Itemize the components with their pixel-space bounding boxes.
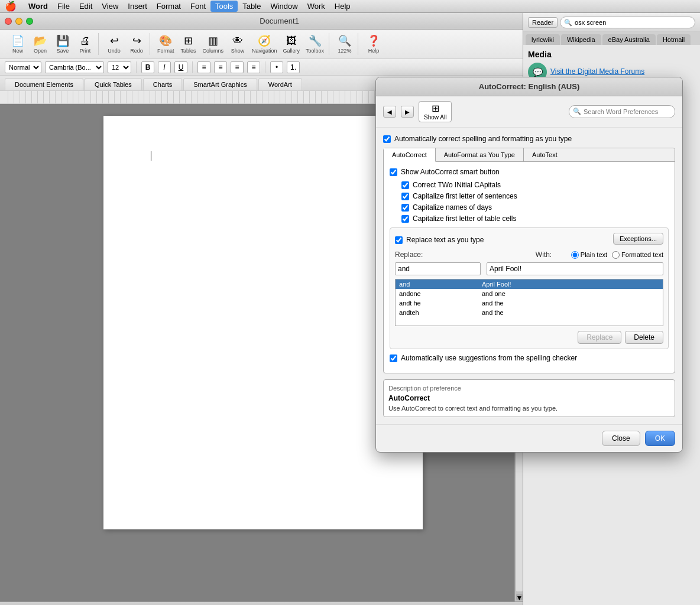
capitalize-first-label: Capitalize first letter of sentences <box>413 192 517 200</box>
tab-autotext[interactable]: AutoText <box>524 148 566 161</box>
description-section-label: Description of preference <box>388 385 670 392</box>
capitalize-days-label: Capitalize names of days <box>413 203 492 212</box>
delete-button[interactable]: Delete <box>625 331 663 344</box>
auto-suggestions-row: Automatically use suggestions from the s… <box>390 354 669 362</box>
replace-list[interactable]: and April Fool! andone and one andt he a… <box>395 279 663 326</box>
smart-button-row: Show AutoCorrect smart button <box>390 168 669 176</box>
show-all-button[interactable]: ⊞ Show All <box>419 101 452 122</box>
list-item-with: and one <box>482 290 659 297</box>
close-dialog-button[interactable]: Close <box>602 431 640 446</box>
list-item-replace: andt he <box>399 300 482 307</box>
initial-caps-label: Correct TWo INitial CApitals <box>413 181 501 189</box>
back-button[interactable]: ◀ <box>383 106 396 118</box>
list-item-and[interactable]: and April Fool! <box>396 279 663 289</box>
show-all-icon: ⊞ <box>432 103 439 114</box>
replace-label: Replace text as you type <box>406 236 484 244</box>
formatted-text-radio[interactable] <box>612 251 620 259</box>
list-item-andteh[interactable]: andteh and the <box>396 308 663 317</box>
replace-checkbox[interactable] <box>395 236 403 244</box>
description-title: AutoCorrect <box>388 394 670 402</box>
main-checkbox-label: Automatically correct spelling and forma… <box>394 135 572 143</box>
with-input[interactable] <box>487 262 663 275</box>
list-item-with: and the <box>482 309 659 316</box>
initial-caps-checkbox[interactable] <box>401 181 409 189</box>
smart-button-label: Show AutoCorrect smart button <box>401 168 500 176</box>
dialog-title: AutoCorrect: English (AUS) <box>479 82 579 91</box>
replace-action-button[interactable]: Replace <box>578 331 621 344</box>
capitalize-table-checkbox[interactable] <box>401 215 409 223</box>
auto-suggestions-label: Automatically use suggestions from the s… <box>401 354 577 362</box>
formatted-text-label: Formatted text <box>621 251 663 258</box>
description-text: Use AutoCorrect to correct text and form… <box>388 405 670 412</box>
plain-text-label: Plain text <box>581 251 607 258</box>
dialog-content: Automatically correct spelling and forma… <box>376 128 682 424</box>
capitalize-days-checkbox[interactable] <box>401 204 409 212</box>
dialog-tabs-container: AutoCorrect AutoFormat as You Type AutoT… <box>383 148 675 373</box>
capitalize-table-row: Capitalize first letter of table cells <box>401 214 669 223</box>
forward-button[interactable]: ▶ <box>401 106 414 118</box>
dialog-tab-content: Show AutoCorrect smart button Correct TW… <box>384 162 675 373</box>
with-field-label: With: <box>536 251 565 259</box>
dialog-nav: ◀ ▶ ⊞ Show All 🔍 <box>376 96 682 128</box>
tab-autoformat[interactable]: AutoFormat as You Type <box>436 148 524 161</box>
dialog-search-wrapper: 🔍 <box>569 105 675 118</box>
main-checkbox[interactable] <box>383 135 391 143</box>
replace-input[interactable] <box>395 262 481 275</box>
auto-suggestions-checkbox[interactable] <box>390 354 397 362</box>
dialog-tabs: AutoCorrect AutoFormat as You Type AutoT… <box>384 148 675 162</box>
ok-button[interactable]: OK <box>645 431 675 446</box>
description-section: Description of preference AutoCorrect Us… <box>383 379 675 417</box>
exceptions-button[interactable]: Exceptions... <box>613 233 663 245</box>
list-item-andone[interactable]: andone and one <box>396 289 663 298</box>
dialog-footer: Close OK <box>376 424 682 452</box>
plain-text-radio[interactable] <box>571 251 579 259</box>
action-buttons: Replace Delete <box>395 331 663 344</box>
initial-caps-row: Correct TWo INitial CApitals <box>401 181 669 189</box>
dialog-search-icon: 🔍 <box>573 108 581 115</box>
formatted-text-radio-label: Formatted text <box>612 251 663 259</box>
main-checkbox-row: Automatically correct spelling and forma… <box>383 135 675 143</box>
replace-checkbox-row: Replace text as you type <box>395 236 484 244</box>
replace-field-label: Replace: <box>395 251 424 259</box>
list-item-with: and the <box>482 300 659 307</box>
list-item-andthe1[interactable]: andt he and the <box>396 298 663 308</box>
replace-section: Replace text as you type Exceptions... R… <box>390 227 669 349</box>
list-item-replace: andteh <box>399 309 482 316</box>
autocorrect-dialog: AutoCorrect: English (AUS) ◀ ▶ ⊞ Show Al… <box>375 77 683 453</box>
with-options: Plain text Formatted text <box>571 251 663 259</box>
dialog-overlay: AutoCorrect: English (AUS) ◀ ▶ ⊞ Show Al… <box>0 0 700 605</box>
capitalize-table-label: Capitalize first letter of table cells <box>413 214 516 223</box>
list-item-with: April Fool! <box>482 281 659 288</box>
dialog-search-input[interactable] <box>569 105 675 118</box>
replace-with-header: Replace: With: Plain text Forma <box>395 251 663 259</box>
plain-text-radio-label: Plain text <box>571 251 607 259</box>
capitalize-days-row: Capitalize names of days <box>401 203 669 212</box>
replace-input-row <box>395 262 663 275</box>
tab-autocorrect[interactable]: AutoCorrect <box>384 148 436 162</box>
capitalize-first-row: Capitalize first letter of sentences <box>401 192 669 200</box>
list-item-replace: andone <box>399 290 482 297</box>
list-item-replace: and <box>399 281 482 288</box>
capitalize-first-checkbox[interactable] <box>401 193 409 200</box>
smart-button-checkbox[interactable] <box>390 168 397 176</box>
dialog-titlebar: AutoCorrect: English (AUS) <box>376 77 682 96</box>
show-all-label: Show All <box>424 114 446 121</box>
